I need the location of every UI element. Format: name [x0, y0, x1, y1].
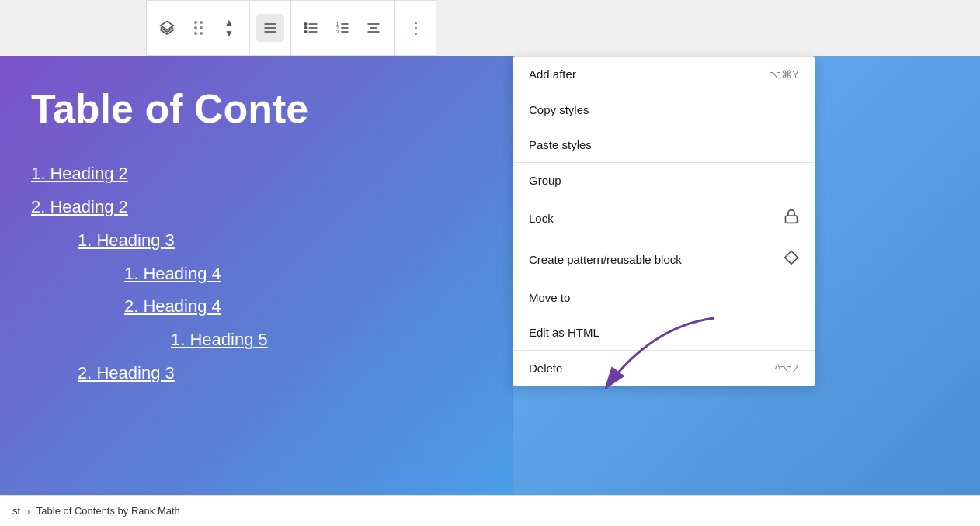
toc-link-heading5-1[interactable]: 1. Heading 5 — [171, 330, 268, 349]
ordered-list-icon[interactable]: 1. 2. 3. — [328, 14, 356, 42]
toc-list: 1. Heading 2 2. Heading 2 1. Heading 3 1… — [31, 162, 481, 386]
drag-handle-icon[interactable] — [184, 14, 212, 42]
move-to-menu-item[interactable]: Move to — [513, 280, 815, 315]
svg-rect-19 — [786, 216, 798, 223]
paste-styles-menu-item[interactable]: Paste styles — [513, 127, 815, 162]
breadcrumb: st › Table of Contents by Rank Math — [0, 495, 980, 526]
menu-section-1: Add after ⌥⌘Y — [513, 57, 815, 92]
toolbar-group-1: ▲ ▼ — [147, 1, 250, 55]
list-item: 1. Heading 4 — [31, 262, 481, 286]
content-area: Table of Conte 1. Heading 2 2. Heading 2… — [0, 56, 980, 495]
align-center-icon[interactable] — [256, 14, 284, 42]
text-align-icon[interactable] — [360, 14, 387, 42]
list-item: 2. Heading 2 — [31, 196, 481, 220]
toc-link-heading2-2[interactable]: 2. Heading 2 — [31, 197, 128, 216]
svg-marker-20 — [785, 251, 798, 265]
toc-title: Table of Conte — [31, 87, 481, 131]
copy-styles-label: Copy styles — [529, 103, 589, 116]
toolbar-group-2 — [250, 1, 291, 55]
delete-label: Delete — [529, 362, 562, 375]
toc-link-heading4-2[interactable]: 2. Heading 4 — [124, 296, 221, 316]
toc-block: Table of Conte 1. Heading 2 2. Heading 2… — [0, 56, 513, 495]
toc-link-heading3-2[interactable]: 2. Heading 3 — [78, 363, 175, 382]
toc-link-heading4-1[interactable]: 1. Heading 4 — [124, 264, 221, 283]
list-item: 1. Heading 3 — [31, 229, 481, 253]
menu-section-2: Copy styles Paste styles — [513, 92, 815, 163]
paste-styles-label: Paste styles — [529, 138, 592, 151]
svg-text:3.: 3. — [336, 29, 340, 34]
lock-icon — [784, 209, 799, 228]
block-toolbar: ▲ ▼ — [146, 0, 436, 56]
add-after-label: Add after — [529, 67, 576, 81]
breadcrumb-post: st — [12, 505, 20, 517]
list-item: 2. Heading 4 — [31, 295, 481, 319]
delete-menu-item[interactable]: Delete ^⌥Z — [513, 351, 815, 386]
toc-link-heading2-1[interactable]: 1. Heading 2 — [31, 164, 128, 183]
svg-point-8 — [304, 27, 307, 29]
move-up-down-icon[interactable]: ▲ ▼ — [215, 14, 243, 42]
group-label: Group — [529, 174, 561, 187]
svg-point-7 — [304, 23, 307, 26]
toolbar-group-4: ⋮ — [394, 1, 436, 55]
breadcrumb-separator: › — [26, 505, 30, 517]
more-options-button[interactable]: ⋮ — [401, 14, 429, 42]
add-after-menu-item[interactable]: Add after ⌥⌘Y — [513, 57, 815, 92]
context-menu: Add after ⌥⌘Y Copy styles Paste styles G… — [513, 56, 815, 386]
group-menu-item[interactable]: Group — [513, 163, 815, 198]
list-item: 1. Heading 2 — [31, 162, 481, 186]
edit-as-html-label: Edit as HTML — [529, 326, 599, 339]
toc-link-heading3-1[interactable]: 1. Heading 3 — [78, 230, 175, 250]
copy-styles-menu-item[interactable]: Copy styles — [513, 92, 815, 127]
menu-section-3: Group Lock Create pattern/reusable block… — [513, 163, 815, 351]
svg-point-9 — [304, 31, 307, 33]
menu-section-4: Delete ^⌥Z — [513, 351, 815, 386]
layers-icon[interactable] — [153, 14, 181, 42]
add-after-shortcut: ⌥⌘Y — [769, 68, 799, 81]
breadcrumb-toc: Table of Contents by Rank Math — [36, 505, 180, 517]
move-to-label: Move to — [529, 291, 570, 304]
lock-menu-item[interactable]: Lock — [513, 198, 815, 239]
pattern-icon — [784, 250, 799, 269]
delete-shortcut: ^⌥Z — [775, 362, 799, 375]
toolbar-group-3: 1. 2. 3. — [291, 1, 394, 55]
create-pattern-menu-item[interactable]: Create pattern/reusable block — [513, 239, 815, 280]
unordered-list-icon[interactable] — [297, 14, 325, 42]
edit-as-html-menu-item[interactable]: Edit as HTML — [513, 315, 815, 350]
list-item: 2. Heading 3 — [31, 362, 481, 386]
list-item: 1. Heading 5 — [31, 328, 481, 352]
lock-label: Lock — [529, 212, 554, 225]
create-pattern-label: Create pattern/reusable block — [529, 253, 682, 266]
